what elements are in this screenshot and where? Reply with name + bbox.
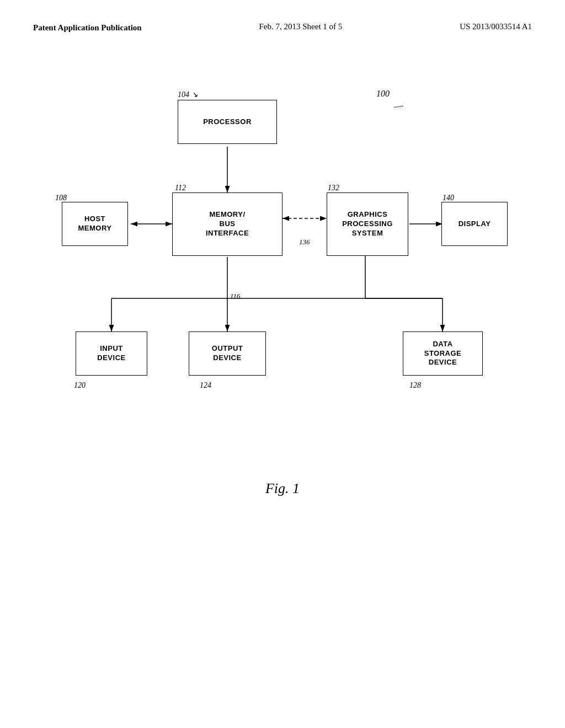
- ref-120: 120: [74, 381, 86, 390]
- data-storage-box: DATASTORAGEDEVICE: [403, 331, 483, 376]
- ref-104: 104 ↘: [178, 90, 198, 99]
- system-ref-arrow: ⟋: [389, 97, 407, 115]
- date-sheet-label: Feb. 7, 2013 Sheet 1 of 5: [259, 22, 343, 31]
- ref-108: 108: [55, 194, 67, 202]
- ref-128: 128: [409, 381, 421, 390]
- ref-136: 136: [299, 238, 310, 247]
- memory-bus-box: MEMORY/BUSINTERFACE: [172, 192, 282, 256]
- input-device-box: INPUTDEVICE: [76, 331, 147, 376]
- processor-box: PROCESSOR: [178, 100, 277, 144]
- diagram-area: PROCESSOR 104 ↘ 100 ⟋ MEMORY/BUSINTERFAC…: [45, 67, 520, 464]
- ref-124: 124: [200, 381, 211, 390]
- diagram-svg: [45, 67, 520, 464]
- figure-label: Fig. 1: [33, 480, 532, 497]
- patent-number-label: US 2013/0033514 A1: [460, 22, 532, 31]
- ref-116: 116: [230, 292, 241, 301]
- page: Patent Application Publication Feb. 7, 2…: [0, 0, 565, 728]
- host-memory-box: HOSTMEMORY: [62, 202, 128, 246]
- ref-100: 100: [376, 89, 390, 99]
- output-device-box: OUTPUTDEVICE: [189, 331, 266, 376]
- publication-label: Patent Application Publication: [33, 22, 142, 34]
- display-box: DISPLAY: [441, 202, 508, 246]
- ref-112: 112: [175, 184, 186, 192]
- graphics-box: GRAPHICSPROCESSINGSYSTEM: [327, 192, 408, 256]
- page-header: Patent Application Publication Feb. 7, 2…: [33, 22, 532, 34]
- ref-132: 132: [328, 184, 339, 192]
- ref-140: 140: [443, 194, 454, 202]
